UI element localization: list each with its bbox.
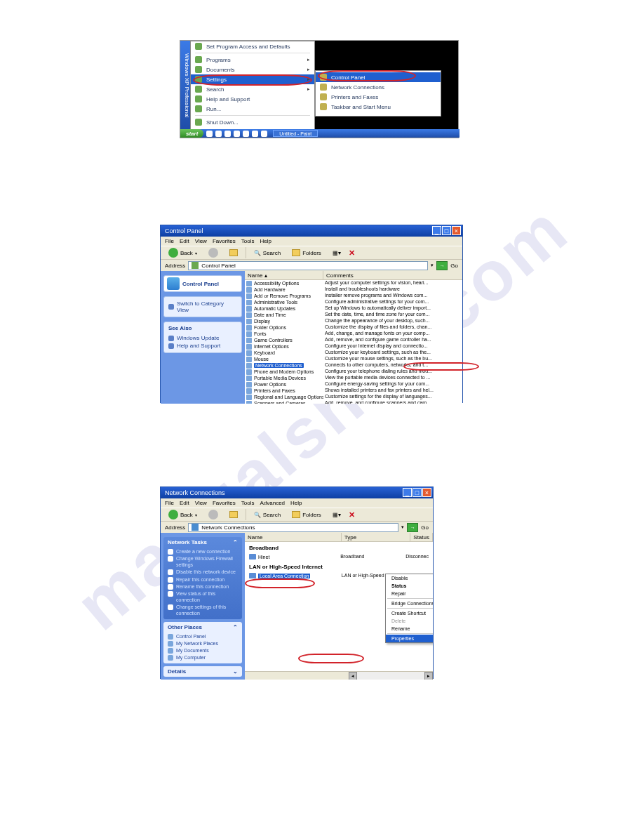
- tray-icon[interactable]: [215, 131, 222, 137]
- minimize-button[interactable]: _: [432, 226, 441, 235]
- horizontal-scrollbar[interactable]: ◂ ▸: [349, 672, 433, 680]
- go-button[interactable]: →: [407, 523, 418, 532]
- submenu-item[interactable]: Printers and Faxes: [316, 92, 441, 102]
- see-also-link[interactable]: Windows Update: [168, 334, 237, 342]
- start-menu-item[interactable]: Documents▸: [191, 65, 314, 74]
- cp-item-row[interactable]: Portable Media DevicesView the portable …: [245, 375, 462, 381]
- cp-item-row[interactable]: Regional and Language OptionsCustomize s…: [245, 394, 462, 400]
- tray-icon[interactable]: [261, 131, 267, 137]
- cp-item-row[interactable]: MouseCustomize your mouse settings, such…: [245, 356, 462, 362]
- start-menu-item[interactable]: Set Program Access and Defaults: [191, 41, 314, 51]
- cp-item-row[interactable]: Add HardwareInstall and troubleshoots ha…: [245, 286, 462, 293]
- context-menu-item[interactable]: Repair: [386, 590, 433, 597]
- menu-item[interactable]: View: [195, 500, 207, 506]
- taskbar-item-paint[interactable]: Untitled - Paint: [273, 130, 318, 137]
- other-link[interactable]: My Documents: [168, 647, 238, 654]
- context-menu-item[interactable]: Bridge Connections: [386, 600, 433, 607]
- back-button[interactable]: Back▾: [165, 246, 201, 259]
- task-link[interactable]: View status of this connection: [168, 590, 238, 604]
- submenu-item[interactable]: Taskbar and Start Menu: [316, 102, 441, 112]
- col-comments[interactable]: Comments: [323, 271, 462, 279]
- other-link[interactable]: Control Panel: [168, 633, 238, 640]
- switch-category-link[interactable]: Switch to Category View: [168, 300, 237, 314]
- cp-item-row[interactable]: Network ConnectionsConnects to other com…: [245, 362, 462, 369]
- cp-item-row[interactable]: Game ControllersAdd, remove, and configu…: [245, 337, 462, 343]
- delete-icon[interactable]: ✕: [349, 510, 355, 519]
- start-menu-item[interactable]: Run...: [191, 104, 314, 114]
- cp-item-row[interactable]: FontsAdd, change, and manage fonts on yo…: [245, 331, 462, 337]
- cp-item-row[interactable]: Printers and FaxesShows installed printe…: [245, 388, 462, 394]
- cp-item-row[interactable]: Phone and Modem OptionsConfigure your te…: [245, 369, 462, 375]
- views-button[interactable]: ▦▾: [329, 249, 344, 258]
- col-status[interactable]: Status: [410, 533, 433, 541]
- chevron-icon[interactable]: ⌃: [233, 539, 238, 545]
- maximize-button[interactable]: □: [442, 226, 451, 235]
- context-menu-item[interactable]: Rename: [386, 625, 433, 633]
- delete-icon[interactable]: ✕: [349, 249, 355, 258]
- tray-icon[interactable]: [206, 131, 213, 137]
- other-link[interactable]: My Network Places: [168, 640, 238, 647]
- menu-item[interactable]: Favorites: [213, 500, 236, 506]
- address-field[interactable]: Network Connections: [188, 523, 398, 532]
- submenu-item[interactable]: Network Connections: [316, 82, 441, 92]
- search-button[interactable]: 🔍Search: [250, 510, 284, 519]
- cp-item-row[interactable]: Scanners and CamerasAdd, remove, and con…: [245, 400, 462, 404]
- menu-item[interactable]: File: [165, 238, 174, 244]
- close-button[interactable]: ×: [452, 226, 461, 235]
- scroll-left-icon[interactable]: ◂: [349, 672, 357, 680]
- context-menu-item[interactable]: Status: [386, 582, 433, 590]
- submenu-item[interactable]: Control Panel: [316, 72, 441, 82]
- task-link[interactable]: Repair this connection: [168, 576, 238, 583]
- cp-item-row[interactable]: Automatic UpdatesSet up Windows to autom…: [245, 305, 462, 312]
- task-link[interactable]: Create a new connection: [168, 548, 238, 555]
- connection-row[interactable]: Hinet Broadband Disconnec: [245, 552, 433, 561]
- task-link[interactable]: Change settings of this connection: [168, 604, 238, 617]
- other-link[interactable]: My Computer: [168, 654, 238, 661]
- search-button[interactable]: 🔍Search: [250, 249, 284, 258]
- menu-item[interactable]: Help: [260, 238, 271, 244]
- up-button[interactable]: [226, 248, 241, 258]
- start-menu-item[interactable]: Programs▸: [191, 55, 314, 65]
- folders-button[interactable]: Folders: [288, 248, 325, 258]
- cp-item-row[interactable]: Folder OptionsCustomize the display of f…: [245, 324, 462, 331]
- tray-icon[interactable]: [252, 131, 258, 137]
- folders-button[interactable]: Folders: [288, 510, 325, 519]
- context-menu-item[interactable]: Properties: [386, 635, 433, 642]
- cp-item-row[interactable]: KeyboardCustomize your keyboard settings…: [245, 350, 462, 356]
- minimize-button[interactable]: _: [403, 488, 412, 497]
- start-menu-item[interactable]: Settings▸: [191, 74, 314, 84]
- chevron-icon[interactable]: ⌄: [233, 668, 238, 675]
- tray-icon[interactable]: [243, 131, 249, 137]
- maximize-button[interactable]: □: [412, 488, 422, 497]
- menu-item[interactable]: Edit: [180, 500, 189, 506]
- close-button[interactable]: ×: [422, 488, 431, 497]
- menu-item[interactable]: Tools: [241, 500, 255, 506]
- scroll-right-icon[interactable]: ▸: [424, 672, 433, 680]
- up-button[interactable]: [226, 510, 241, 519]
- back-button[interactable]: Back▾: [165, 508, 201, 521]
- menu-item[interactable]: Edit: [180, 238, 189, 244]
- start-menu-item[interactable]: Shut Down...: [191, 117, 314, 127]
- col-type[interactable]: Type: [342, 533, 410, 541]
- cp-item-row[interactable]: Accessibility OptionsAdjust your compute…: [245, 280, 462, 286]
- address-field[interactable]: Control Panel: [188, 261, 428, 270]
- views-button[interactable]: ▦▾: [329, 510, 344, 519]
- start-button[interactable]: start: [180, 129, 203, 138]
- menu-item[interactable]: Help: [290, 500, 302, 506]
- cp-item-row[interactable]: Power OptionsConfigure energy-saving set…: [245, 381, 462, 388]
- context-menu-item[interactable]: Create Shortcut: [386, 609, 433, 617]
- menu-item[interactable]: File: [165, 500, 174, 506]
- see-also-link[interactable]: Help and Support: [168, 342, 237, 350]
- col-name[interactable]: Name ▴: [245, 271, 323, 279]
- task-link[interactable]: Change Windows Firewall settings: [168, 555, 238, 569]
- menu-item[interactable]: Favorites: [213, 238, 236, 244]
- col-name[interactable]: Name: [245, 533, 342, 541]
- menu-item[interactable]: Tools: [241, 238, 255, 244]
- cp-item-row[interactable]: Date and TimeSet the date, time, and tim…: [245, 312, 462, 318]
- cp-item-row[interactable]: Add or Remove ProgramsInstaller remove p…: [245, 293, 462, 299]
- start-menu-item[interactable]: Search▸: [191, 84, 314, 94]
- start-menu-item[interactable]: Help and Support: [191, 94, 314, 104]
- menu-item[interactable]: Advanced: [260, 500, 285, 506]
- cp-item-row[interactable]: DisplayChange the appearance of your des…: [245, 318, 462, 324]
- cp-item-row[interactable]: Administrative ToolsConfigure administra…: [245, 299, 462, 305]
